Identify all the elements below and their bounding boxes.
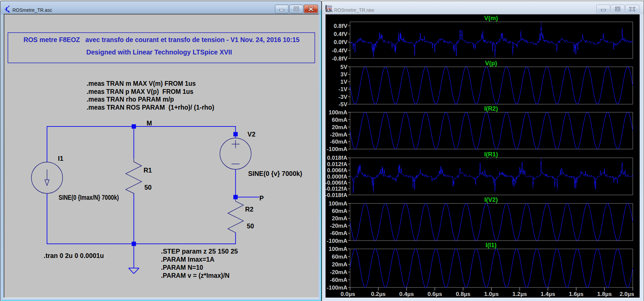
svg-text:-1V: -1V bbox=[338, 86, 348, 92]
svg-text:-0.012fA: -0.012fA bbox=[325, 186, 348, 192]
svg-text:50: 50 bbox=[144, 184, 152, 191]
svg-text:-3V: -3V bbox=[338, 94, 348, 100]
svg-text:50: 50 bbox=[247, 222, 254, 230]
svg-text:-0.4fV: -0.4fV bbox=[332, 47, 348, 54]
svg-text:Designed with Linear Technolog: Designed with Linear Technology LTSpice … bbox=[86, 48, 232, 56]
svg-text:.STEP param z 25 150 25: .STEP param z 25 150 25 bbox=[161, 248, 238, 255]
svg-text:V(p): V(p) bbox=[485, 60, 497, 67]
svg-text:0.8fV: 0.8fV bbox=[334, 23, 348, 29]
svg-text:100mA: 100mA bbox=[329, 246, 348, 252]
svg-text:3V: 3V bbox=[340, 71, 348, 78]
svg-text:1.2µs: 1.2µs bbox=[512, 291, 527, 297]
svg-text:20mA: 20mA bbox=[332, 261, 347, 268]
svg-text:0.2µs: 0.2µs bbox=[371, 291, 386, 297]
svg-text:0.4fV: 0.4fV bbox=[334, 31, 348, 37]
svg-text:1.6µs: 1.6µs bbox=[569, 291, 584, 297]
svg-text:.PARAM v = (z*Imax)/N: .PARAM v = (z*Imax)/N bbox=[161, 272, 230, 279]
svg-text:20mA: 20mA bbox=[332, 124, 347, 130]
svg-text:0.012fA: 0.012fA bbox=[327, 161, 347, 167]
svg-text:SINE(0 {Imax/N} 7000k): SINE(0 {Imax/N} 7000k) bbox=[59, 194, 119, 201]
svg-text:0.8µs: 0.8µs bbox=[456, 291, 471, 297]
svg-text:0.018fA: 0.018fA bbox=[327, 155, 347, 161]
svg-text:-0.8fV: -0.8fV bbox=[332, 55, 348, 62]
svg-text:0.0fV: 0.0fV bbox=[334, 39, 348, 45]
svg-text:-100mA: -100mA bbox=[327, 285, 347, 291]
svg-text:P: P bbox=[260, 194, 264, 202]
svg-text:I(V2): I(V2) bbox=[484, 196, 498, 203]
svg-text:-100mA: -100mA bbox=[327, 146, 347, 152]
svg-text:0.006fA: 0.006fA bbox=[327, 167, 347, 174]
svg-text:.PARAM Imax=1A: .PARAM Imax=1A bbox=[161, 256, 215, 263]
svg-text:100mA: 100mA bbox=[329, 200, 348, 207]
svg-text:-20mA: -20mA bbox=[330, 131, 348, 138]
svg-text:SINE(0 {v} 7000k): SINE(0 {v} 7000k) bbox=[248, 170, 302, 177]
svg-text:60mA: 60mA bbox=[332, 117, 347, 123]
svg-text:1V: 1V bbox=[340, 79, 348, 85]
svg-text:.meas TRAN p MAX V(p) FROM 1u: .meas TRAN p MAX V(p) FROM 1us bbox=[87, 88, 193, 95]
svg-text:1.8µs: 1.8µs bbox=[597, 291, 612, 297]
svg-text:60mA: 60mA bbox=[332, 254, 347, 260]
svg-text:0.4µs: 0.4µs bbox=[399, 291, 414, 297]
svg-text:ROS metre F8EOZ avec transfo: ROS metre F8EOZ avec transfo de courant … bbox=[24, 36, 300, 43]
svg-text:2.0µs: 2.0µs bbox=[619, 291, 634, 297]
svg-text:.PARAM N=10: .PARAM N=10 bbox=[161, 264, 203, 271]
svg-text:20mA: 20mA bbox=[332, 215, 347, 222]
svg-text:.tran 0 2u 0 0.0001u: .tran 0 2u 0 0.0001u bbox=[44, 252, 104, 259]
svg-text:-0.006fA: -0.006fA bbox=[325, 180, 348, 186]
svg-text:-100mA: -100mA bbox=[327, 238, 347, 244]
svg-text:5V: 5V bbox=[340, 64, 348, 70]
svg-text:.meas TRAN m MAX V(m) FROM 1us: .meas TRAN m MAX V(m) FROM 1us bbox=[87, 80, 196, 87]
svg-text:I1: I1 bbox=[58, 155, 63, 162]
svg-text:1.0µs: 1.0µs bbox=[484, 291, 499, 297]
svg-text:I(I1): I(I1) bbox=[486, 241, 497, 249]
svg-text:-60mA: -60mA bbox=[330, 139, 348, 145]
svg-text:.meas TRAN ROS PARAM (1+rho)/: .meas TRAN ROS PARAM (1+rho)/ (1-rho) bbox=[87, 104, 214, 111]
svg-text:-20mA: -20mA bbox=[330, 269, 348, 275]
svg-text:-0.018fA: -0.018fA bbox=[325, 192, 348, 198]
svg-text:R1: R1 bbox=[144, 166, 152, 174]
svg-text:0.6µs: 0.6µs bbox=[427, 291, 442, 297]
svg-text:100mA: 100mA bbox=[329, 109, 348, 116]
svg-text:-5V: -5V bbox=[338, 101, 348, 108]
svg-text:I(R1): I(R1) bbox=[484, 151, 498, 158]
svg-text:-60mA: -60mA bbox=[330, 230, 348, 236]
svg-text:M: M bbox=[147, 119, 152, 127]
svg-text:0.0µs: 0.0µs bbox=[340, 291, 355, 297]
svg-text:.meas TRAN rho PARAM m/p: .meas TRAN rho PARAM m/p bbox=[87, 96, 174, 103]
svg-text:-20mA: -20mA bbox=[330, 223, 348, 229]
svg-text:I(R2): I(R2) bbox=[484, 105, 498, 112]
svg-text:-60mA: -60mA bbox=[330, 277, 348, 283]
svg-text:1.4µs: 1.4µs bbox=[541, 291, 555, 297]
svg-text:60mA: 60mA bbox=[332, 208, 347, 214]
svg-text:R2: R2 bbox=[245, 205, 254, 213]
svg-text:V(m): V(m) bbox=[484, 14, 498, 22]
svg-text:0.000fA: 0.000fA bbox=[327, 174, 347, 180]
svg-text:V2: V2 bbox=[247, 130, 256, 138]
